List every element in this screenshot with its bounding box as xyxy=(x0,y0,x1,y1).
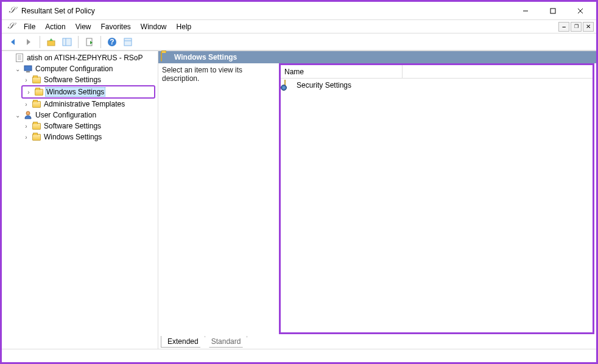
forward-button[interactable] xyxy=(21,35,36,49)
menu-window[interactable]: Window xyxy=(136,21,172,32)
folder-icon xyxy=(34,87,44,97)
chevron-right-icon[interactable]: › xyxy=(22,134,30,141)
annotation-highlight: › Windows Settings xyxy=(21,85,155,99)
list-header[interactable]: Name xyxy=(281,65,593,79)
user-icon xyxy=(23,110,33,120)
list-body[interactable]: Security Settings xyxy=(281,79,593,332)
maximize-icon xyxy=(550,8,556,14)
tree-label: Computer Configuration xyxy=(34,64,114,74)
chevron-right-icon[interactable]: › xyxy=(22,77,30,83)
tree-item-user-windows-settings[interactable]: › Windows Settings xyxy=(20,131,157,142)
tree-root-label: atish on ATISH-ZEPHYRUS - RSoP xyxy=(26,53,144,63)
properties-icon xyxy=(123,37,133,47)
minimize-button[interactable] xyxy=(512,2,539,19)
list-item-security-settings[interactable]: Security Settings xyxy=(282,80,591,91)
svg-rect-10 xyxy=(124,38,132,46)
close-button[interactable] xyxy=(566,2,594,19)
minimize-icon xyxy=(522,8,529,14)
main-window: Resultant Set of Policy File Action View… xyxy=(0,0,598,364)
help-icon: ? xyxy=(107,37,117,47)
chevron-right-icon[interactable]: › xyxy=(22,123,30,130)
tree-label: Software Settings xyxy=(43,121,102,131)
tree-item-windows-settings[interactable]: › Windows Settings xyxy=(23,86,154,97)
window-controls xyxy=(512,2,594,19)
folder-icon xyxy=(161,52,171,62)
back-button[interactable] xyxy=(5,35,20,49)
column-header-label: Name xyxy=(284,68,304,76)
svg-rect-12 xyxy=(24,66,32,71)
up-button[interactable] xyxy=(44,35,58,49)
toolbar-separator-3 xyxy=(100,36,101,48)
menubar: File Action View Favorites Window Help ‒… xyxy=(2,20,596,33)
list-column: Name Security Settings xyxy=(279,63,594,334)
export-button[interactable] xyxy=(82,35,97,49)
show-hide-tree-button[interactable] xyxy=(60,35,74,49)
chevron-down-icon[interactable]: ⌄ xyxy=(13,66,22,72)
chevron-down-icon[interactable]: ⌄ xyxy=(13,112,22,119)
menu-view[interactable]: View xyxy=(71,21,96,32)
menu-action[interactable]: Action xyxy=(40,21,70,32)
back-icon xyxy=(8,37,18,47)
computer-icon xyxy=(23,64,33,74)
description-text: Select an item to view its description. xyxy=(162,66,242,83)
content-header-label: Windows Settings xyxy=(174,53,237,61)
content-header: Windows Settings xyxy=(158,51,596,63)
tree-label: Administrative Templates xyxy=(43,99,126,109)
chevron-right-icon[interactable]: › xyxy=(24,89,33,96)
tree-item-admin-templates[interactable]: › Administrative Templates xyxy=(20,99,157,110)
tree-item-user-software-settings[interactable]: › Software Settings xyxy=(20,121,157,131)
tab-extended[interactable]: Extended xyxy=(161,336,205,348)
export-icon xyxy=(85,37,94,47)
chevron-right-icon[interactable]: › xyxy=(22,101,30,108)
toolbar-separator xyxy=(40,36,40,48)
console-tree-icon xyxy=(62,37,72,47)
menu-file[interactable]: File xyxy=(19,21,40,32)
content-body: Select an item to view its description. … xyxy=(158,63,596,336)
properties-button[interactable] xyxy=(121,35,135,49)
folder-icon xyxy=(32,99,41,109)
menubar-app-icon xyxy=(7,22,16,32)
maximize-button[interactable] xyxy=(539,2,566,19)
svg-text:?: ? xyxy=(110,38,114,46)
titlebar: Resultant Set of Policy xyxy=(2,2,596,20)
list-item-label: Security Settings xyxy=(297,81,351,89)
svg-rect-13 xyxy=(26,71,30,72)
forward-icon xyxy=(24,37,33,47)
tab-strip: Extended Standard xyxy=(158,336,596,349)
toolbar: ? xyxy=(2,33,596,51)
menu-help[interactable]: Help xyxy=(172,21,197,32)
app-icon xyxy=(8,6,18,16)
tab-standard[interactable]: Standard xyxy=(205,336,248,348)
up-folder-icon xyxy=(46,37,56,47)
tree-label: Software Settings xyxy=(43,75,102,85)
tree-label: User Configuration xyxy=(34,110,97,120)
toolbar-separator-2 xyxy=(78,36,79,48)
mdi-close-button[interactable]: ✕ xyxy=(583,22,594,32)
tree-label: Windows Settings xyxy=(43,132,103,142)
tree-panel[interactable]: atish on ATISH-ZEPHYRUS - RSoP ⌄ Compute… xyxy=(2,51,158,349)
svg-point-14 xyxy=(26,111,30,115)
description-column: Select an item to view its description. xyxy=(158,63,277,336)
mdi-restore-button[interactable]: ❐ xyxy=(571,22,582,32)
tree-item-software-settings[interactable]: › Software Settings xyxy=(20,74,157,85)
column-name[interactable]: Name xyxy=(281,65,403,78)
tree-computer-config[interactable]: ⌄ Computer Configuration › Software Sett… xyxy=(12,63,157,110)
document-icon xyxy=(15,53,24,63)
security-settings-icon xyxy=(284,80,294,90)
svg-rect-4 xyxy=(47,41,55,46)
mdi-minimize-button[interactable]: ‒ xyxy=(558,22,569,32)
svg-rect-5 xyxy=(63,38,71,46)
svg-rect-1 xyxy=(551,9,555,13)
folder-icon xyxy=(32,132,41,142)
menu-favorites[interactable]: Favorites xyxy=(96,21,136,32)
tree-user-config[interactable]: ⌄ User Configuration › Software Settings xyxy=(12,110,157,142)
tree-label: Windows Settings xyxy=(45,87,105,97)
close-icon xyxy=(577,8,583,14)
main-area: atish on ATISH-ZEPHYRUS - RSoP ⌄ Compute… xyxy=(2,51,596,349)
window-title: Resultant Set of Policy xyxy=(21,7,512,15)
folder-icon xyxy=(32,121,41,131)
folder-icon xyxy=(32,75,41,85)
help-button[interactable]: ? xyxy=(105,35,119,49)
content-panel: Windows Settings Select an item to view … xyxy=(158,51,596,349)
tree-root[interactable]: atish on ATISH-ZEPHYRUS - RSoP ⌄ Compute… xyxy=(3,52,157,142)
